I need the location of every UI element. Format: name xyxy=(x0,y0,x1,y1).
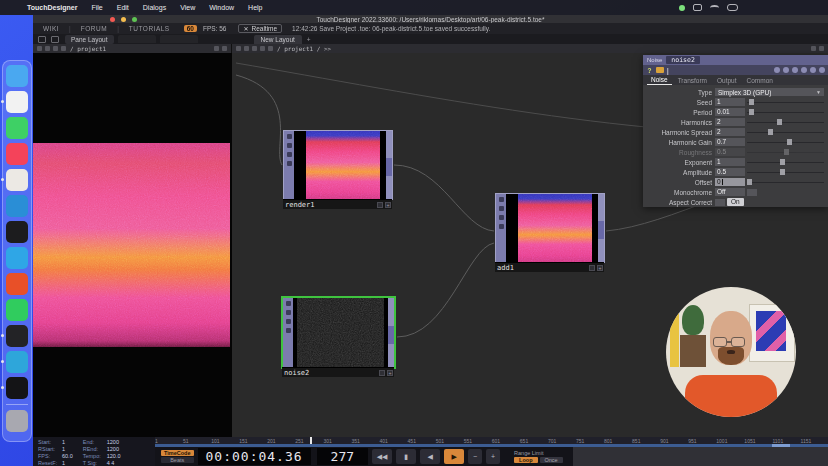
pane-stop-icon[interactable] xyxy=(244,46,249,51)
field-value[interactable]: 1200 xyxy=(107,439,119,445)
param-slider[interactable] xyxy=(747,168,824,176)
target-fps-badge[interactable]: 60 xyxy=(184,25,197,32)
node-side-strip[interactable] xyxy=(598,194,604,262)
pause-button[interactable]: ▮ xyxy=(396,449,416,464)
dock-item-slack[interactable] xyxy=(6,169,28,191)
viewer-pane[interactable] xyxy=(33,53,232,437)
link-tutorials[interactable]: TUTORIALS xyxy=(119,25,180,32)
node-side-strip-segment[interactable] xyxy=(598,221,604,239)
param-row-offset[interactable]: Offset0 xyxy=(643,177,828,187)
param-slider[interactable] xyxy=(747,158,824,166)
python-icon[interactable] xyxy=(801,67,807,73)
menu-item-file[interactable]: File xyxy=(84,4,109,11)
param-value-field[interactable]: 0.01 xyxy=(715,108,745,116)
window-title-bar[interactable]: TouchDesigner 2022.33600: /Users/rikloma… xyxy=(33,15,828,23)
node-flag-icon[interactable] xyxy=(287,134,292,139)
toggle-box[interactable] xyxy=(715,199,725,206)
node-flags[interactable] xyxy=(283,298,293,367)
node-flags[interactable] xyxy=(496,194,506,262)
control-center-icon[interactable] xyxy=(727,4,738,11)
node-flag-icon[interactable] xyxy=(286,301,291,306)
node-expand-icon[interactable]: + xyxy=(597,265,603,271)
node-corner-buttons[interactable]: + xyxy=(589,265,603,271)
play-forward-button[interactable]: ▶ xyxy=(444,449,464,464)
layout-tab-slot[interactable] xyxy=(160,35,198,43)
pane-options-icon[interactable] xyxy=(811,46,816,51)
dock-item-touchdesigner[interactable] xyxy=(6,325,28,347)
zoom-in-button[interactable]: + xyxy=(486,449,500,464)
toggle-on-button[interactable]: On xyxy=(727,198,744,206)
node-side-strip[interactable] xyxy=(388,298,394,367)
menu-item-help[interactable]: Help xyxy=(241,4,269,11)
param-slider-thumb[interactable] xyxy=(784,149,789,155)
param-slider-thumb[interactable] xyxy=(787,139,792,145)
node-side-strip-segment[interactable] xyxy=(386,158,392,176)
range-loop-button[interactable]: Loop xyxy=(514,457,537,463)
node-side-strip-segment[interactable] xyxy=(388,326,394,344)
pane-bookmark-icon[interactable] xyxy=(268,46,273,51)
node-flag-icon[interactable] xyxy=(499,197,504,202)
field-value[interactable]: 4 4 xyxy=(107,460,115,466)
dock-item-trash[interactable] xyxy=(6,410,28,432)
frame-display[interactable]: 277 xyxy=(317,448,368,465)
left-pane-bar-end-icons[interactable] xyxy=(214,46,227,51)
mode-button-timecode[interactable]: TimeCode xyxy=(161,450,194,456)
param-row-roughness[interactable]: Roughness0.5 xyxy=(643,147,828,157)
node-dock-icon[interactable] xyxy=(379,370,385,376)
menu-item-edit[interactable]: Edit xyxy=(110,4,136,11)
pane-menu-icon[interactable] xyxy=(37,46,42,51)
left-pane-path[interactable]: / project1 xyxy=(70,45,106,52)
tab-output[interactable]: Output xyxy=(713,77,741,85)
jump-to-start-button[interactable]: ◀◀ xyxy=(372,449,392,464)
node-render1[interactable]: render1+ xyxy=(283,130,393,200)
param-slider[interactable] xyxy=(747,98,824,106)
dock-item-live-app[interactable] xyxy=(6,377,28,399)
param-value-field[interactable]: 0.7 xyxy=(715,138,745,146)
node-flag-icon[interactable] xyxy=(287,143,292,148)
pane-back-icon[interactable] xyxy=(252,46,257,51)
pane-options-icon[interactable] xyxy=(214,46,219,51)
param-slider[interactable] xyxy=(747,138,824,146)
node-expand-icon[interactable]: + xyxy=(387,370,393,376)
pin-layout-icon[interactable] xyxy=(51,36,59,43)
node-corner-buttons[interactable]: + xyxy=(379,370,393,376)
param-slider[interactable] xyxy=(747,118,824,126)
param-row-harmonic-gain[interactable]: Harmonic Gain0.7 xyxy=(643,137,828,147)
operator-name-field[interactable]: noise2 xyxy=(666,56,699,64)
battery-icon[interactable] xyxy=(693,4,702,11)
node-dock-icon[interactable] xyxy=(589,265,595,271)
menu-item-touchdesigner[interactable]: TouchDesigner xyxy=(20,4,84,11)
help-icon[interactable]: ? xyxy=(646,67,653,74)
network-pane-nav-icons[interactable] xyxy=(236,46,273,51)
field-value[interactable]: 120.0 xyxy=(107,453,121,459)
param-row-type[interactable]: TypeSimplex 3D (GPU)▼ xyxy=(643,87,828,97)
param-slider[interactable] xyxy=(747,128,824,136)
dock-item-calendar-app[interactable] xyxy=(6,273,28,295)
param-row-monochrome[interactable]: MonochromeOff xyxy=(643,187,828,197)
param-slider-thumb[interactable] xyxy=(780,169,785,175)
menu-item-dialogs[interactable]: Dialogs xyxy=(136,4,173,11)
node-side-strip[interactable] xyxy=(386,131,392,199)
node-flag-icon[interactable] xyxy=(499,206,504,211)
field-value[interactable]: 1 xyxy=(62,439,65,445)
node-flag-icon[interactable] xyxy=(499,215,504,220)
playhead-marker[interactable] xyxy=(310,437,312,444)
link-forum[interactable]: FORUM xyxy=(71,25,117,32)
pane-layout-button[interactable]: Pane Layout xyxy=(65,35,114,44)
param-value-field[interactable]: 2 xyxy=(715,128,745,136)
param-slider-thumb[interactable] xyxy=(768,129,773,135)
timeline-settings[interactable]: Start:1RStart:1FPS:60.0ResetF:1 End:1200… xyxy=(33,437,155,466)
dock-item-design-app[interactable] xyxy=(6,221,28,243)
tab-transform[interactable]: Transform xyxy=(674,77,711,85)
add-parameter-icon[interactable] xyxy=(810,67,816,73)
param-row-aspect-correct[interactable]: Aspect CorrectOn xyxy=(643,197,828,207)
tab-common[interactable]: Common xyxy=(743,77,777,85)
field-value[interactable]: 1 xyxy=(62,446,65,452)
node-flag-icon[interactable] xyxy=(286,310,291,315)
tab-noise[interactable]: Noise xyxy=(647,76,672,85)
param-slider[interactable] xyxy=(747,108,824,116)
network-pane-bar-end-icons[interactable] xyxy=(811,46,824,51)
param-value-field[interactable]: 0 xyxy=(715,178,745,186)
node-flag-icon[interactable] xyxy=(286,319,291,324)
network-pane-path[interactable]: / project1 / >> xyxy=(277,45,331,52)
